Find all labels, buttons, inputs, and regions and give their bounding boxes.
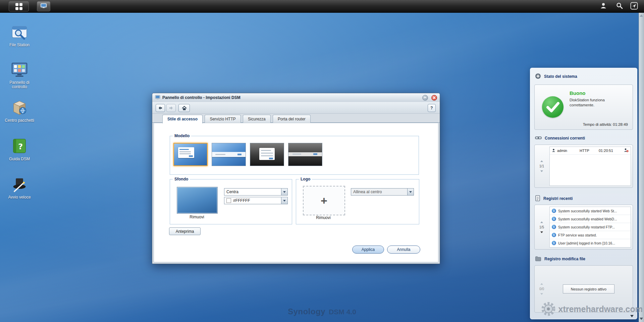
recent-logs-list: i System successfully started Web St... … — [549, 207, 631, 248]
desktop-icon-quick-start[interactable]: Avvio veloce — [2, 175, 37, 200]
file-station-icon — [11, 23, 28, 41]
gear-icon — [541, 301, 556, 318]
info-icon: i — [552, 233, 556, 237]
log-row[interactable]: i System successfully started Web St... — [550, 207, 631, 215]
home-icon — [182, 106, 187, 110]
desktop-icon-label: Pannello di controllo — [2, 80, 37, 89]
widget-panel: Stato del sistema Buono DiskStation funz… — [530, 68, 637, 319]
close-button[interactable] — [431, 95, 437, 101]
pager-down-icon[interactable] — [540, 170, 543, 172]
info-icon: i — [552, 217, 556, 221]
system-status-icon — [535, 73, 541, 80]
desktop-icon-package-center[interactable]: Centro pacchetti — [2, 99, 37, 123]
background-color-select[interactable]: #FFFFFF — [224, 197, 288, 204]
logo-align-select[interactable]: Allinea al centro — [351, 188, 414, 196]
template-option-1[interactable] — [173, 143, 208, 166]
taskbar — [0, 0, 644, 13]
desktop-icon-label: Centro pacchetti — [2, 118, 37, 123]
preview-button[interactable]: Anteprima — [169, 227, 201, 235]
pilot-view-icon — [630, 2, 638, 11]
pager-label: 0/0 — [539, 287, 544, 291]
log-document-icon — [535, 195, 540, 202]
apply-button[interactable]: Applica — [352, 246, 384, 254]
logo-remove-link[interactable]: Rimuovi — [303, 215, 344, 220]
control-panel-icon — [11, 61, 28, 78]
connections-box: 1/1 admin HTTP 01:20:51 — [534, 145, 633, 188]
tab-sicurezza[interactable]: Sicurezza — [243, 115, 271, 123]
svg-text:?: ? — [18, 142, 23, 151]
taskbar-pilot-view-button[interactable] — [630, 0, 638, 12]
chevron-down-icon — [281, 197, 287, 204]
chevron-down-icon — [407, 189, 414, 195]
chevron-down-icon — [281, 189, 287, 195]
desktop-icon-file-station[interactable]: File Station — [2, 23, 37, 47]
log-row[interactable]: i User [admin] logged in from [10.16... — [550, 239, 631, 247]
info-icon: i — [552, 241, 556, 245]
scroll-down-icon[interactable] — [640, 318, 643, 320]
desktop-icon-label: File Station — [2, 43, 37, 47]
version-text: DSM 4.0 — [329, 308, 356, 316]
panel-scrollbar[interactable] — [639, 12, 644, 322]
background-remove-link[interactable]: Rimuovi — [177, 215, 217, 219]
widget-title: Stato del sistema — [544, 74, 577, 79]
fieldset-logo: Logo + Rimuovi Allinea al centro — [296, 179, 419, 224]
recent-logs-box: 1/5 i System successfully started Web St… — [534, 205, 633, 250]
log-row[interactable]: i FTP service was started. — [550, 231, 631, 239]
taskbar-open-window-button[interactable] — [37, 1, 50, 11]
system-status-header: Stato del sistema — [535, 73, 577, 79]
pager-down-icon[interactable] — [540, 293, 543, 295]
background-position-select[interactable]: Centra — [224, 188, 288, 196]
pager-label: 1/5 — [539, 225, 544, 229]
fieldset-legend: Logo — [299, 177, 312, 181]
fieldset-modello: Modello — [170, 136, 419, 175]
log-row[interactable]: i System successfully restarted FTP... — [550, 223, 631, 231]
back-button[interactable] — [156, 104, 165, 112]
connection-time: 01:20:51 — [599, 149, 613, 153]
forward-button[interactable] — [166, 104, 176, 112]
select-value: Centra — [224, 190, 281, 194]
pager-down-icon[interactable] — [540, 231, 543, 233]
control-panel-window: Pannello di controllo - Impostazioni DSM… — [152, 93, 440, 264]
user-icon — [600, 2, 607, 10]
background-thumbnail[interactable] — [177, 187, 218, 214]
window-toolbar: ? — [152, 102, 440, 114]
desktop-icon-label: Avvio veloce — [2, 195, 37, 200]
pager-up-icon[interactable] — [540, 283, 543, 285]
pager-up-icon[interactable] — [540, 160, 543, 162]
pager-up-icon[interactable] — [540, 221, 543, 223]
desktop-icon-control-panel[interactable]: Pannello di controllo — [2, 61, 37, 89]
file-log-empty-message: Nessun registro attivo — [563, 284, 614, 293]
link-icon — [535, 135, 542, 142]
main-menu-button[interactable] — [9, 1, 29, 11]
tab-stile-di-accesso[interactable]: Stile di accesso — [162, 115, 203, 123]
arrow-right-icon — [169, 106, 173, 110]
tab-porta-del-router[interactable]: Porta del router — [273, 115, 311, 123]
cancel-button[interactable]: Annulla — [387, 246, 420, 254]
logo-upload-dropzone[interactable]: + — [303, 186, 345, 215]
log-row[interactable]: i System successfully enabled WebD... — [550, 215, 631, 223]
dsm-help-icon: ? — [11, 137, 28, 155]
status-value: Buono — [570, 90, 585, 96]
tab-servizio-http[interactable]: Servizio HTTP — [205, 115, 240, 123]
app-grid-icon — [15, 3, 22, 10]
template-option-2[interactable] — [212, 143, 246, 166]
status-ok-icon — [542, 96, 564, 118]
connection-row[interactable]: admin HTTP 01:20:51 — [550, 147, 631, 155]
taskbar-search-button[interactable] — [616, 0, 623, 12]
pager-label: 1/1 — [539, 164, 544, 168]
connection-user: admin — [557, 149, 578, 153]
template-option-3[interactable] — [250, 143, 284, 166]
scroll-up-icon[interactable] — [640, 14, 643, 17]
screen: File Station Pannello di controllo Centr… — [0, 0, 644, 322]
dsm-watermark: Synology DSM 4.0 — [288, 307, 356, 316]
window-titlebar[interactable]: Pannello di controllo - Impostazioni DSM — [152, 93, 440, 102]
home-button[interactable] — [178, 104, 190, 112]
window-title: Pannello di controllo - Impostazioni DSM — [162, 95, 240, 100]
help-button[interactable]: ? — [428, 104, 436, 112]
template-option-4[interactable] — [288, 143, 322, 166]
minimize-button[interactable] — [422, 95, 428, 101]
desktop-icon-dsm-help[interactable]: ? Guida DSM — [2, 137, 37, 161]
disconnect-user-icon[interactable] — [624, 148, 629, 153]
taskbar-user-button[interactable] — [600, 0, 607, 12]
recent-logs-header: Registri recenti — [535, 196, 573, 202]
